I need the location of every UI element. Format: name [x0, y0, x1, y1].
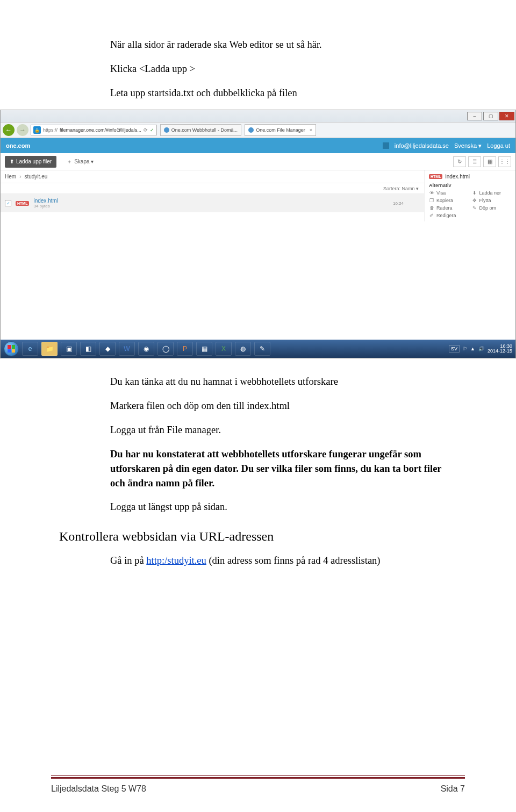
file-type-badge: HTML: [16, 201, 29, 206]
view-tiles-button[interactable]: ⋮⋮: [498, 156, 511, 167]
file-side-panel: HTML index.html Alternativ 👁Visa ⬇Ladda …: [424, 170, 515, 221]
sort-label: Sortera:: [383, 186, 400, 191]
file-row[interactable]: ✓ HTML index.html 34 bytes 16:24: [1, 194, 424, 212]
taskbar-chrome-icon[interactable]: ◯: [157, 342, 174, 356]
nav-back-button[interactable]: ←: [3, 124, 15, 136]
logout-link[interactable]: Logga ut: [487, 142, 510, 149]
window-close-button[interactable]: ✕: [499, 112, 514, 120]
view-list-button[interactable]: ≣: [468, 156, 481, 167]
upload-button[interactable]: ⬆ Ladda upp filer: [5, 156, 56, 168]
browser-tab[interactable]: One.com Webbhotell - Domä...: [160, 124, 241, 136]
language-dropdown[interactable]: Svenska ▾: [454, 142, 482, 149]
window-titlebar: – ▢ ✕: [1, 110, 515, 122]
breadcrumb-folder[interactable]: studyit.eu: [24, 174, 47, 179]
start-button[interactable]: [4, 341, 19, 356]
taskbar-app-icon[interactable]: ◉: [138, 342, 154, 356]
window-maximize-button[interactable]: ▢: [483, 112, 498, 120]
file-size: 34 bytes: [33, 204, 58, 209]
taskbar-app-icon[interactable]: ▣: [61, 342, 77, 356]
breadcrumb-home[interactable]: Hem: [5, 174, 16, 179]
upload-icon: ⬆: [10, 159, 14, 164]
section-heading: Kontrollera webbsidan via URL-adressen: [59, 529, 457, 544]
side-section-title: Alternativ: [429, 183, 511, 188]
pencil-icon: ✎: [472, 205, 477, 211]
lock-icon: 🔒: [33, 126, 41, 134]
plus-icon: ＋: [67, 158, 72, 166]
tab-label: One.com Webbhotell - Domä...: [171, 127, 238, 133]
nav-forward-button[interactable]: →: [17, 124, 28, 136]
tab-label: One.com File Manager: [256, 127, 305, 133]
view-grid-button[interactable]: ▦: [483, 156, 496, 167]
paragraph: Logga ut längst upp på sidan.: [110, 500, 457, 514]
taskbar-date: 2014-12-15: [488, 349, 512, 354]
trash-icon: 🗑: [429, 205, 434, 211]
cert-icon: ✓: [150, 127, 154, 133]
refresh-icon[interactable]: ⟳: [144, 127, 148, 133]
taskbar-app-icon[interactable]: ▦: [196, 342, 212, 356]
url-scheme: https://: [43, 127, 58, 133]
windows-taskbar: e 📁 ▣ ◧ ◆ W ◉ ◯ P ▦ X ◍ ✎ SV ⚐ ▲ 🔊: [1, 340, 515, 358]
action-delete[interactable]: 🗑Radera: [429, 205, 469, 211]
paragraph: Klicka <Ladda upp >: [110, 62, 457, 76]
language-indicator[interactable]: SV: [449, 345, 460, 353]
taskbar-ie-icon[interactable]: e: [22, 342, 38, 356]
tray-up-icon[interactable]: ▲: [470, 346, 475, 351]
favicon-icon: [164, 127, 169, 133]
url-text: filemanager.one.com/#info@liljedals...: [60, 127, 141, 133]
taskbar-clock[interactable]: 16:30 2014-12-15: [488, 344, 512, 355]
reload-button[interactable]: ↻: [453, 156, 466, 167]
file-time: 16:24: [393, 201, 404, 206]
taskbar-app-icon[interactable]: ◍: [235, 342, 251, 356]
tab-close-icon[interactable]: ×: [310, 127, 312, 133]
taskbar-app-icon[interactable]: ◧: [80, 342, 96, 356]
brand-banner: one.com info@liljedalsdata.se Svenska ▾ …: [1, 138, 515, 153]
taskbar-excel-icon[interactable]: X: [216, 342, 232, 356]
browser-navbar: ← → 🔒 https:// filemanager.one.com/#info…: [1, 122, 515, 138]
file-type-badge: HTML: [429, 174, 442, 179]
address-bar[interactable]: 🔒 https:// filemanager.one.com/#info@lil…: [31, 125, 157, 135]
taskbar-app-icon[interactable]: ◆: [99, 342, 116, 356]
create-button[interactable]: ＋ Skapa ▾: [62, 156, 98, 168]
action-download[interactable]: ⬇Ladda ner: [472, 190, 512, 196]
copy-icon: ❐: [429, 198, 434, 203]
paragraph: Du kan tänka att du nu hamnat i webbhote…: [110, 375, 457, 389]
browser-tab-active[interactable]: One.com File Manager ×: [245, 124, 316, 136]
brand-logo: one.com: [6, 142, 30, 149]
user-email: info@liljedalsdata.se: [395, 142, 449, 149]
window-minimize-button[interactable]: –: [467, 112, 482, 120]
eye-icon: 👁: [429, 190, 434, 196]
empty-area: [1, 221, 515, 340]
tray-flag-icon[interactable]: ⚐: [463, 346, 467, 351]
chevron-right-icon: ›: [19, 174, 21, 179]
action-move[interactable]: ✥Flytta: [472, 198, 512, 203]
user-icon: [383, 142, 389, 149]
file-name: index.html: [33, 198, 58, 204]
taskbar-explorer-icon[interactable]: 📁: [41, 342, 58, 356]
footer-right: Sida 7: [441, 784, 465, 794]
upload-label: Ladda upp filer: [16, 159, 52, 164]
paragraph: Markera filen och döp om den till index.…: [110, 399, 457, 413]
windows-logo-icon: [8, 345, 15, 353]
action-rename[interactable]: ✎Döp om: [472, 205, 512, 211]
paragraph: Logga ut från File manager.: [110, 423, 457, 437]
screenshot-figure: – ▢ ✕ ← → 🔒 https:// filemanager.one.com…: [0, 110, 516, 358]
sort-row: Sortera: Namn ▾: [1, 183, 424, 194]
paragraph: Gå in på http:/studyit.eu (din adress so…: [110, 554, 457, 568]
paragraph: När alla sidor är raderade ska Web edito…: [110, 38, 457, 52]
taskbar-powerpoint-icon[interactable]: P: [177, 342, 193, 356]
tray-volume-icon[interactable]: 🔊: [478, 346, 484, 351]
breadcrumb: Hem › studyit.eu: [1, 170, 424, 183]
taskbar-app-icon[interactable]: ✎: [254, 342, 270, 356]
side-file-name: index.html: [445, 174, 470, 179]
paragraph-bold: Du har nu konstaterat att webbhotellets …: [110, 447, 457, 490]
action-view[interactable]: 👁Visa: [429, 190, 469, 196]
file-manager-body: Hem › studyit.eu Sortera: Namn ▾ ✓ HTML …: [1, 170, 515, 221]
paragraph: Leta upp startsida.txt och dubbelklicka …: [110, 86, 457, 100]
study-link[interactable]: http:/studyit.eu: [146, 555, 206, 566]
move-icon: ✥: [472, 198, 477, 203]
taskbar-word-icon[interactable]: W: [119, 342, 135, 356]
sort-dropdown[interactable]: Namn ▾: [402, 186, 419, 191]
file-checkbox[interactable]: ✓: [5, 200, 11, 206]
action-copy[interactable]: ❐Kopiera: [429, 198, 469, 203]
action-edit[interactable]: ✐Redigera: [429, 213, 469, 218]
